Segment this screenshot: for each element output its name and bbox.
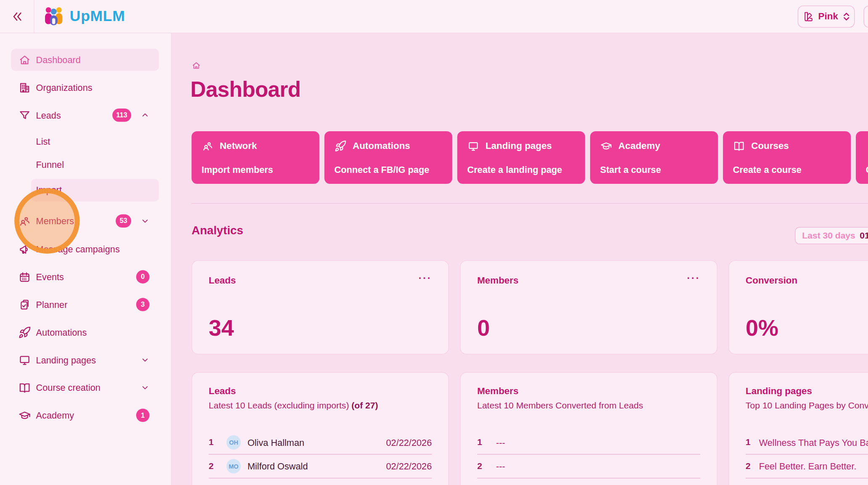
quick-action-title: Automations [352, 140, 410, 151]
graduation-cap-icon [18, 409, 31, 421]
landing-page-name: Feel Better. Earn Better. [759, 461, 868, 472]
theme-name: Pink [818, 11, 838, 22]
theme-picker-button[interactable]: Pink [798, 5, 855, 28]
rocket-icon [334, 140, 347, 152]
quick-action-network[interactable]: Network Import members [191, 131, 319, 184]
stat-title: Leads [209, 275, 236, 286]
sidebar-item-label: Members [36, 216, 111, 226]
page-title: Dashboard [191, 77, 301, 102]
sidebar-item-events[interactable]: Events 0 [0, 266, 172, 288]
sidebar-item-message-campaigns[interactable]: Message campaigns [0, 238, 172, 260]
graduation-cap-icon [600, 140, 612, 152]
quick-action-subtitle: Connect a FB/IG page [334, 164, 442, 175]
list-card-landing-pages: Landing pages Top 10 Landing Pages by Co… [728, 372, 868, 485]
sidebar-item-planner[interactable]: Planner 3 [0, 294, 172, 316]
rocket-icon [18, 326, 31, 339]
academy-count-badge: 1 [136, 408, 150, 422]
quick-action-subtitle: Import members [201, 164, 310, 175]
swatches-icon [802, 11, 814, 23]
funnel-icon [18, 109, 31, 122]
quick-action-subtitle: Create a landing page [467, 164, 575, 175]
chevron-down-icon[interactable] [140, 383, 149, 392]
stat-title: Members [477, 275, 519, 286]
main-content: Dashboard Network Import members Automat… [172, 33, 868, 485]
sidebar-item-dashboard[interactable]: Dashboard [0, 49, 172, 71]
leads-count-badge: 113 [112, 109, 131, 122]
member-row[interactable]: 1 --- [477, 431, 700, 455]
member-name: --- [496, 461, 700, 472]
home-icon [18, 53, 31, 66]
quick-action-title: Academy [618, 140, 660, 151]
sidebar-item-leads[interactable]: Leads 113 [0, 104, 172, 126]
sidebar-item-label: Automations [36, 327, 150, 337]
list-card-subtitle: Top 10 Landing Pages by Convers [746, 401, 868, 411]
sidebar-item-label: List [36, 136, 150, 146]
lead-row[interactable]: 1 OH Oliva Hallman 02/22/2026 [209, 431, 431, 455]
quick-action-title: Network [220, 140, 257, 151]
section-divider [191, 203, 868, 204]
landing-page-row[interactable]: 2 Feel Better. Earn Better. [746, 455, 868, 479]
lead-date: 02/22/2026 [386, 461, 432, 472]
sidebar-item-course-creation[interactable]: Course creation [0, 376, 172, 399]
sidebar-item-label: Events [36, 272, 131, 282]
quick-action-subtitle: C [866, 164, 868, 175]
ellipsis-menu-icon[interactable]: ··· [418, 275, 432, 281]
analytics-heading: Analytics [191, 224, 243, 237]
landing-page-row[interactable]: 1 Wellness That Pays You Back [746, 431, 868, 455]
sidebar-item-landing-pages[interactable]: Landing pages [0, 349, 172, 371]
date-range-value: 01/2 [860, 231, 868, 241]
book-open-icon [733, 140, 745, 152]
landing-page-name: Wellness That Pays You Back [759, 437, 868, 448]
stat-title: Conversion [746, 275, 797, 286]
sidebar-item-leads-funnel[interactable]: Funnel [0, 156, 172, 172]
planner-count-badge: 3 [136, 298, 150, 311]
list-card-title: Landing pages [746, 386, 868, 397]
list-card-title: Leads [209, 386, 431, 397]
edge-cropped-button[interactable] [863, 5, 868, 28]
sidebar-collapse-button[interactable] [0, 0, 34, 33]
sidebar-item-label: Dashboard [36, 55, 150, 65]
top-bar: UpMLM Pink [0, 0, 868, 33]
stat-card-members: Members ··· 0 [460, 260, 717, 355]
people-icon [18, 215, 31, 227]
clipboard-check-icon [18, 298, 31, 311]
avatar: MO [226, 459, 241, 473]
sidebar-item-label: Landing pages [36, 355, 131, 365]
chevron-down-icon[interactable] [140, 355, 149, 364]
date-range-label: Last 30 days [802, 231, 855, 241]
sidebar-item-label: Academy [36, 410, 131, 421]
sidebar-item-label: Leads [36, 110, 108, 120]
quick-action-automations[interactable]: Automations Connect a FB/IG page [324, 131, 452, 184]
sidebar-item-organizations[interactable]: Organizations [0, 77, 172, 99]
member-row[interactable]: 2 --- [477, 455, 700, 479]
breadcrumb-home-icon[interactable] [191, 61, 201, 70]
chevron-updown-icon [842, 12, 850, 21]
app-logo[interactable]: UpMLM [43, 5, 125, 27]
stat-card-leads: Leads ··· 34 [191, 260, 449, 355]
list-card-title: Members [477, 386, 700, 397]
chevron-down-icon[interactable] [140, 217, 149, 225]
quick-action-title: Courses [751, 140, 789, 151]
sidebar-item-leads-list[interactable]: List [0, 133, 172, 149]
sidebar-item-members[interactable]: Members 53 [0, 210, 172, 232]
date-range-selector[interactable]: Last 30 days 01/2 [795, 227, 868, 244]
sidebar-item-academy[interactable]: Academy 1 [0, 404, 172, 427]
members-count-badge: 53 [116, 214, 131, 228]
sidebar-item-automations[interactable]: Automations [0, 321, 172, 343]
quick-actions-row: Network Import members Automations Conne… [191, 131, 868, 184]
quick-action-landing-pages[interactable]: Landing pages Create a landing page [457, 131, 585, 184]
lead-date: 02/22/2026 [386, 437, 432, 448]
calendar-icon [18, 270, 31, 283]
list-card-subtitle: Latest 10 Leads (excluding imports) (of … [209, 401, 431, 411]
quick-action-courses[interactable]: Courses Create a course [723, 131, 851, 184]
upmlm-app: UpMLM Pink Dashboard Organization [0, 0, 868, 485]
quick-action-cropped[interactable]: C [856, 131, 868, 184]
monitor-icon [18, 353, 31, 366]
stat-value: 34 [209, 317, 431, 339]
ellipsis-menu-icon[interactable]: ··· [687, 275, 701, 281]
sidebar-item-leads-import[interactable]: Import [0, 179, 172, 201]
chevron-up-icon[interactable] [140, 111, 149, 119]
lead-row[interactable]: 2 MO Milford Oswald 02/22/2026 [209, 455, 431, 479]
quick-action-academy[interactable]: Academy Start a course [590, 131, 718, 184]
monitor-icon [467, 140, 479, 152]
